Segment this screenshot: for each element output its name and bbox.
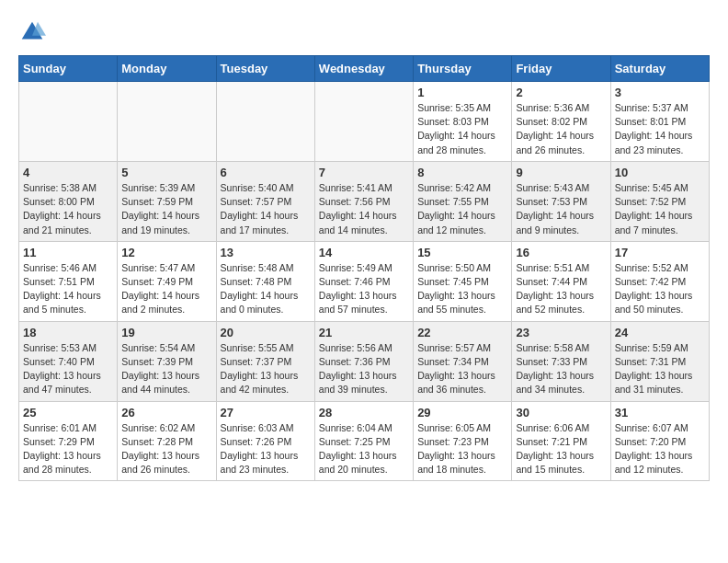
day-number: 6 xyxy=(221,166,311,179)
day-header-friday: Friday xyxy=(512,56,610,82)
calendar-cell: 8Sunrise: 5:42 AMSunset: 7:55 PMDaylight… xyxy=(414,161,512,241)
calendar-cell: 17Sunrise: 5:52 AMSunset: 7:42 PMDayligh… xyxy=(610,241,709,321)
day-number: 4 xyxy=(23,166,113,179)
cell-info: Sunrise: 5:41 AMSunset: 7:56 PMDaylight:… xyxy=(319,181,409,237)
cell-info: Sunrise: 5:54 AMSunset: 7:39 PMDaylight:… xyxy=(121,341,211,397)
calendar-cell: 23Sunrise: 5:58 AMSunset: 7:33 PMDayligh… xyxy=(512,321,610,401)
calendar-cell: 20Sunrise: 5:55 AMSunset: 7:37 PMDayligh… xyxy=(216,321,314,401)
calendar-week-1: 1Sunrise: 5:35 AMSunset: 8:03 PMDaylight… xyxy=(19,82,710,162)
calendar-cell: 25Sunrise: 6:01 AMSunset: 7:29 PMDayligh… xyxy=(19,401,118,481)
cell-info: Sunrise: 5:50 AMSunset: 7:45 PMDaylight:… xyxy=(417,261,507,317)
cell-info: Sunrise: 5:40 AMSunset: 7:57 PMDaylight:… xyxy=(221,181,311,237)
cell-info: Sunrise: 5:39 AMSunset: 7:59 PMDaylight:… xyxy=(121,181,211,237)
calendar-cell: 19Sunrise: 5:54 AMSunset: 7:39 PMDayligh… xyxy=(118,321,216,401)
day-header-tuesday: Tuesday xyxy=(216,56,314,82)
cell-info: Sunrise: 5:49 AMSunset: 7:46 PMDaylight:… xyxy=(319,261,409,317)
calendar-cell: 15Sunrise: 5:50 AMSunset: 7:45 PMDayligh… xyxy=(414,241,512,321)
cell-info: Sunrise: 5:48 AMSunset: 7:48 PMDaylight:… xyxy=(221,261,311,317)
day-number: 31 xyxy=(615,406,705,419)
cell-info: Sunrise: 6:02 AMSunset: 7:28 PMDaylight:… xyxy=(121,421,211,477)
cell-info: Sunrise: 5:45 AMSunset: 7:52 PMDaylight:… xyxy=(615,181,705,237)
day-number: 28 xyxy=(319,406,409,419)
cell-info: Sunrise: 6:06 AMSunset: 7:21 PMDaylight:… xyxy=(516,421,606,477)
calendar-cell: 21Sunrise: 5:56 AMSunset: 7:36 PMDayligh… xyxy=(314,321,413,401)
cell-info: Sunrise: 5:37 AMSunset: 8:01 PMDaylight:… xyxy=(615,101,705,157)
calendar-table: SundayMondayTuesdayWednesdayThursdayFrid… xyxy=(18,55,710,481)
calendar-cell: 26Sunrise: 6:02 AMSunset: 7:28 PMDayligh… xyxy=(118,401,216,481)
cell-info: Sunrise: 5:52 AMSunset: 7:42 PMDaylight:… xyxy=(615,261,705,317)
cell-info: Sunrise: 5:43 AMSunset: 7:53 PMDaylight:… xyxy=(516,181,606,237)
calendar-cell: 13Sunrise: 5:48 AMSunset: 7:48 PMDayligh… xyxy=(216,241,314,321)
day-number: 5 xyxy=(121,166,211,179)
cell-info: Sunrise: 5:38 AMSunset: 8:00 PMDaylight:… xyxy=(23,181,113,237)
cell-info: Sunrise: 5:57 AMSunset: 7:34 PMDaylight:… xyxy=(417,341,507,397)
cell-info: Sunrise: 5:36 AMSunset: 8:02 PMDaylight:… xyxy=(516,101,606,157)
calendar-week-2: 4Sunrise: 5:38 AMSunset: 8:00 PMDaylight… xyxy=(19,161,710,241)
calendar-cell: 30Sunrise: 6:06 AMSunset: 7:21 PMDayligh… xyxy=(512,401,610,481)
cell-info: Sunrise: 5:35 AMSunset: 8:03 PMDaylight:… xyxy=(417,101,507,157)
day-number: 17 xyxy=(615,246,705,259)
calendar-cell: 2Sunrise: 5:36 AMSunset: 8:02 PMDaylight… xyxy=(512,82,610,162)
calendar-cell: 11Sunrise: 5:46 AMSunset: 7:51 PMDayligh… xyxy=(19,241,118,321)
day-number: 10 xyxy=(615,166,705,179)
day-number: 26 xyxy=(121,406,211,419)
calendar-cell xyxy=(216,82,314,162)
day-number: 11 xyxy=(23,246,113,259)
day-number: 16 xyxy=(516,246,606,259)
calendar-cell: 5Sunrise: 5:39 AMSunset: 7:59 PMDaylight… xyxy=(118,161,216,241)
cell-info: Sunrise: 5:51 AMSunset: 7:44 PMDaylight:… xyxy=(516,261,606,317)
day-number: 29 xyxy=(417,406,507,419)
calendar-cell: 27Sunrise: 6:03 AMSunset: 7:26 PMDayligh… xyxy=(216,401,314,481)
cell-info: Sunrise: 6:03 AMSunset: 7:26 PMDaylight:… xyxy=(221,421,311,477)
cell-info: Sunrise: 6:07 AMSunset: 7:20 PMDaylight:… xyxy=(615,421,705,477)
day-number: 20 xyxy=(221,326,311,339)
calendar-cell: 29Sunrise: 6:05 AMSunset: 7:23 PMDayligh… xyxy=(414,401,512,481)
calendar-week-3: 11Sunrise: 5:46 AMSunset: 7:51 PMDayligh… xyxy=(19,241,710,321)
page-header xyxy=(18,18,710,46)
day-number: 23 xyxy=(516,326,606,339)
cell-info: Sunrise: 5:47 AMSunset: 7:49 PMDaylight:… xyxy=(121,261,211,317)
day-header-saturday: Saturday xyxy=(610,56,709,82)
cell-info: Sunrise: 5:59 AMSunset: 7:31 PMDaylight:… xyxy=(615,341,705,397)
calendar-cell: 24Sunrise: 5:59 AMSunset: 7:31 PMDayligh… xyxy=(610,321,709,401)
calendar-cell: 18Sunrise: 5:53 AMSunset: 7:40 PMDayligh… xyxy=(19,321,118,401)
calendar-cell: 22Sunrise: 5:57 AMSunset: 7:34 PMDayligh… xyxy=(414,321,512,401)
calendar-cell: 12Sunrise: 5:47 AMSunset: 7:49 PMDayligh… xyxy=(118,241,216,321)
calendar-cell: 31Sunrise: 6:07 AMSunset: 7:20 PMDayligh… xyxy=(610,401,709,481)
day-number: 12 xyxy=(121,246,211,259)
day-number: 9 xyxy=(516,166,606,179)
cell-info: Sunrise: 6:01 AMSunset: 7:29 PMDaylight:… xyxy=(23,421,113,477)
logo-icon xyxy=(18,18,46,46)
cell-info: Sunrise: 5:42 AMSunset: 7:55 PMDaylight:… xyxy=(417,181,507,237)
calendar-cell: 16Sunrise: 5:51 AMSunset: 7:44 PMDayligh… xyxy=(512,241,610,321)
calendar-cell: 9Sunrise: 5:43 AMSunset: 7:53 PMDaylight… xyxy=(512,161,610,241)
day-number: 30 xyxy=(516,406,606,419)
calendar-cell: 3Sunrise: 5:37 AMSunset: 8:01 PMDaylight… xyxy=(610,82,709,162)
day-number: 22 xyxy=(417,326,507,339)
day-number: 27 xyxy=(221,406,311,419)
calendar-cell: 10Sunrise: 5:45 AMSunset: 7:52 PMDayligh… xyxy=(610,161,709,241)
day-number: 24 xyxy=(615,326,705,339)
day-number: 19 xyxy=(121,326,211,339)
cell-info: Sunrise: 5:53 AMSunset: 7:40 PMDaylight:… xyxy=(23,341,113,397)
day-number: 25 xyxy=(23,406,113,419)
cell-info: Sunrise: 5:58 AMSunset: 7:33 PMDaylight:… xyxy=(516,341,606,397)
day-header-monday: Monday xyxy=(118,56,216,82)
cell-info: Sunrise: 5:56 AMSunset: 7:36 PMDaylight:… xyxy=(319,341,409,397)
calendar-cell: 4Sunrise: 5:38 AMSunset: 8:00 PMDaylight… xyxy=(19,161,118,241)
day-number: 14 xyxy=(319,246,409,259)
calendar-cell: 28Sunrise: 6:04 AMSunset: 7:25 PMDayligh… xyxy=(314,401,413,481)
day-header-wednesday: Wednesday xyxy=(314,56,413,82)
calendar-week-5: 25Sunrise: 6:01 AMSunset: 7:29 PMDayligh… xyxy=(19,401,710,481)
day-header-sunday: Sunday xyxy=(19,56,118,82)
calendar-header-row: SundayMondayTuesdayWednesdayThursdayFrid… xyxy=(19,56,710,82)
day-number: 18 xyxy=(23,326,113,339)
calendar-cell: 14Sunrise: 5:49 AMSunset: 7:46 PMDayligh… xyxy=(314,241,413,321)
calendar-cell: 7Sunrise: 5:41 AMSunset: 7:56 PMDaylight… xyxy=(314,161,413,241)
day-number: 2 xyxy=(516,86,606,99)
calendar-week-4: 18Sunrise: 5:53 AMSunset: 7:40 PMDayligh… xyxy=(19,321,710,401)
cell-info: Sunrise: 6:04 AMSunset: 7:25 PMDaylight:… xyxy=(319,421,409,477)
day-header-thursday: Thursday xyxy=(414,56,512,82)
day-number: 21 xyxy=(319,326,409,339)
day-number: 3 xyxy=(615,86,705,99)
